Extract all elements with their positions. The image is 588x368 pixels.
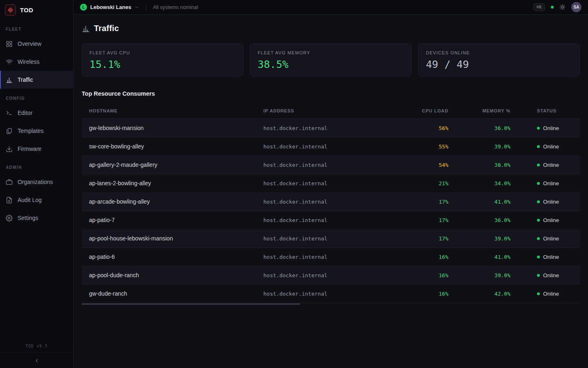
- online-status-dot-icon: [537, 274, 540, 277]
- system-status-text: All systems nominal: [153, 4, 198, 10]
- file-text-icon: [6, 197, 13, 204]
- sidebar-item-label: Traffic: [18, 76, 33, 83]
- theme-toggle-button[interactable]: [559, 4, 566, 10]
- stat-value: 15.1%: [89, 58, 236, 70]
- online-status-dot-icon: [537, 200, 540, 203]
- status-label: Online: [543, 272, 559, 278]
- sidebar-section-label: ADMIN: [0, 158, 73, 173]
- column-header-status: STATUS: [510, 108, 580, 113]
- table-row[interactable]: gw-dude-ranch host.docker.internal 16% 4…: [82, 285, 580, 303]
- cpu-load-cell: 17%: [386, 199, 448, 205]
- sidebar-item-label: Audit Log: [18, 197, 42, 203]
- sidebar-item-label: Templates: [18, 128, 44, 134]
- bar-chart-icon: [82, 25, 90, 33]
- table-row[interactable]: gw-lebowski-mansion host.docker.internal…: [82, 119, 580, 137]
- table-row[interactable]: ap-patio-7 host.docker.internal 17% 36.0…: [82, 211, 580, 229]
- stat-value: 38.5%: [258, 58, 404, 70]
- hostname-cell: ap-pool-dude-ranch: [82, 272, 263, 278]
- sidebar-item-templates[interactable]: Templates: [0, 122, 73, 140]
- status-label: Online: [543, 144, 559, 150]
- topbar-divider: [146, 4, 146, 11]
- ip-address-cell: host.docker.internal: [263, 291, 386, 297]
- chevron-left-icon: [34, 358, 40, 364]
- sidebar-item-label: Settings: [18, 215, 38, 221]
- status-cell: Online: [510, 254, 580, 260]
- table-row[interactable]: ap-arcade-bowling-alley host.docker.inte…: [82, 193, 580, 211]
- topbar: L Lebowski Lanes All systems nominal ⌘K …: [74, 0, 588, 15]
- table-section-title: Top Resource Consumers: [82, 90, 580, 97]
- sidebar-item-label: Editor: [18, 110, 33, 116]
- sidebar-item-organizations[interactable]: Organizations: [0, 173, 73, 191]
- status-label: Online: [543, 125, 559, 131]
- table-row[interactable]: ap-gallery-2-maude-gallery host.docker.i…: [82, 156, 580, 174]
- column-header-memory: MEMORY %: [448, 108, 510, 113]
- sidebar-item-audit-log[interactable]: Audit Log: [0, 191, 73, 209]
- org-selector[interactable]: L Lebowski Lanes: [80, 4, 139, 11]
- column-header-hostname: HOSTNAME: [82, 108, 263, 113]
- sidebar-section-label: FLEET: [0, 20, 73, 35]
- stat-label: DEVICES ONLINE: [426, 50, 572, 55]
- hostname-cell: gw-dude-ranch: [82, 290, 263, 297]
- table-row[interactable]: ap-pool-house-lebowski-mansion host.dock…: [82, 229, 580, 248]
- online-status-dot-icon: [537, 237, 540, 240]
- sidebar-item-firmware[interactable]: Firmware: [0, 140, 73, 158]
- app-logo-row[interactable]: TOD: [0, 0, 73, 20]
- stat-value: 49 / 49: [426, 58, 572, 70]
- memory-cell: 39.0%: [448, 236, 510, 242]
- copy-icon: [6, 128, 13, 135]
- briefcase-icon: [6, 179, 13, 186]
- online-status-dot-icon: [537, 145, 540, 148]
- status-cell: Online: [510, 236, 580, 242]
- sidebar-item-traffic[interactable]: Traffic: [0, 71, 73, 89]
- memory-cell: 39.0%: [448, 144, 510, 150]
- ip-address-cell: host.docker.internal: [263, 125, 386, 131]
- status-label: Online: [543, 254, 559, 260]
- table-row[interactable]: sw-core-bowling-alley host.docker.intern…: [82, 137, 580, 156]
- sidebar-collapse-button[interactable]: [0, 352, 73, 368]
- sidebar: TOD FLEET Overview Wireless Traffi: [0, 0, 74, 368]
- status-cell: Online: [510, 125, 580, 131]
- online-status-dot-icon: [537, 256, 540, 258]
- table-row[interactable]: ap-pool-dude-ranch host.docker.internal …: [82, 266, 580, 285]
- bar-chart-icon: [6, 76, 13, 83]
- status-cell: Online: [510, 217, 580, 223]
- health-status-dot: [551, 6, 554, 9]
- org-avatar: L: [80, 4, 87, 11]
- cpu-load-cell: 56%: [386, 125, 448, 131]
- sidebar-item-settings[interactable]: Settings: [0, 209, 73, 227]
- user-avatar[interactable]: SA: [571, 2, 581, 12]
- memory-cell: 39.0%: [448, 272, 510, 278]
- hostname-cell: ap-patio-6: [82, 254, 263, 260]
- sidebar-item-label: Firmware: [18, 146, 41, 152]
- table-row[interactable]: ap-patio-6 host.docker.internal 16% 41.0…: [82, 248, 580, 266]
- table-body: gw-lebowski-mansion host.docker.internal…: [82, 119, 580, 303]
- chevron-down-icon: [134, 5, 139, 10]
- table-row[interactable]: ap-lanes-2-bowling-alley host.docker.int…: [82, 174, 580, 193]
- main-content: Traffic FLEET AVG CPU 15.1% FLEET AVG ME…: [74, 15, 588, 368]
- sidebar-item-overview[interactable]: Overview: [0, 35, 73, 53]
- online-status-dot-icon: [537, 127, 540, 130]
- online-status-dot-icon: [537, 219, 540, 222]
- hostname-cell: sw-core-bowling-alley: [82, 143, 263, 150]
- cpu-load-cell: 16%: [386, 291, 448, 297]
- ip-address-cell: host.docker.internal: [263, 254, 386, 260]
- sidebar-item-wireless[interactable]: Wireless: [0, 53, 73, 71]
- ip-address-cell: host.docker.internal: [263, 217, 386, 223]
- sidebar-nav: FLEET Overview Wireless Traffic CONFI: [0, 20, 73, 344]
- table-horizontal-scrollbar[interactable]: [82, 303, 580, 305]
- stat-card-fleet-avg-cpu: FLEET AVG CPU 15.1%: [82, 44, 243, 76]
- page-title: Traffic: [94, 24, 119, 33]
- org-name: Lebowski Lanes: [90, 4, 131, 10]
- sidebar-item-editor[interactable]: Editor: [0, 104, 73, 122]
- status-cell: Online: [510, 180, 580, 186]
- cpu-load-cell: 17%: [386, 236, 448, 242]
- command-palette-shortcut[interactable]: ⌘K: [533, 3, 545, 11]
- ip-address-cell: host.docker.internal: [263, 180, 386, 186]
- memory-cell: 41.0%: [448, 254, 510, 260]
- sidebar-item-label: Organizations: [18, 179, 53, 185]
- grid-icon: [6, 40, 13, 47]
- status-cell: Online: [510, 199, 580, 205]
- app-window: TOD FLEET Overview Wireless Traffi: [0, 0, 588, 368]
- online-status-dot-icon: [537, 164, 540, 166]
- scrollbar-thumb[interactable]: [82, 303, 300, 305]
